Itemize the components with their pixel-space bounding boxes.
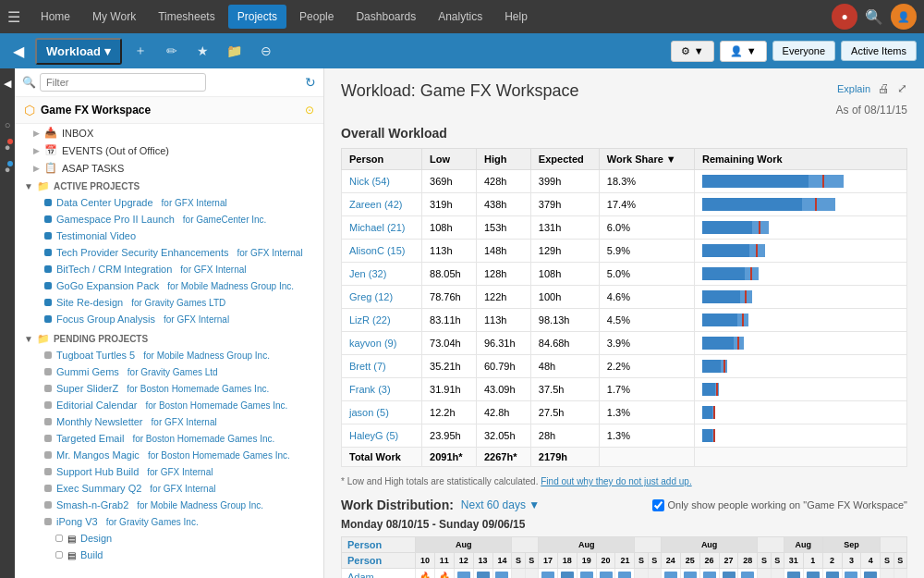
smash-for: for Mobile Madness Group Inc. <box>137 500 263 510</box>
cell-person[interactable]: Michael (21) <box>342 216 422 240</box>
user-avatar[interactable]: 👤 <box>891 4 917 30</box>
left-edge-icon-1[interactable]: ◀ <box>4 78 11 90</box>
execsummary-for: for GFX Internal <box>150 484 215 494</box>
cell-low: 78.76h <box>422 286 477 309</box>
th-high[interactable]: High <box>476 149 530 170</box>
sidebar-item-focusgroup[interactable]: Focus Group Analysis for GFX Internal <box>15 311 323 327</box>
table-row: kayvon (9) 73.04h 96.31h 84.68h 3.9% <box>342 332 907 355</box>
sidebar-section-active[interactable]: ▼ 📁 ACTIVE PROJECTS <box>15 177 323 194</box>
edit-button[interactable]: ✏ <box>159 38 185 64</box>
sidebar-item-build[interactable]: ▤ Build <box>15 547 323 563</box>
cell-person[interactable]: jason (5) <box>342 401 422 424</box>
active-items-button[interactable]: Active Items <box>841 41 917 61</box>
nav-mywork[interactable]: My Work <box>83 5 145 29</box>
sidebar-item-techprovider[interactable]: Tech Provider Security Enhancements for … <box>15 244 323 261</box>
nav-dashboards[interactable]: Dashboards <box>346 5 425 29</box>
cell-person[interactable]: Greg (12) <box>342 286 422 309</box>
star-button[interactable]: ★ <box>190 38 216 64</box>
cell-high: 113h <box>476 309 530 332</box>
pending-toggle: ▼ <box>24 334 33 344</box>
sidebar-item-editorial[interactable]: Editorial Calendar for Boston Homemade G… <box>15 397 323 413</box>
supporthub-label: Support Hub Build <box>56 466 139 477</box>
sidebar-item-gamespace[interactable]: Gamespace Pro II Launch for GameCenter I… <box>15 211 323 228</box>
cell-low: 31.91h <box>422 378 477 401</box>
th-expected[interactable]: Expected <box>530 149 599 170</box>
back-button[interactable]: ◀ <box>7 39 30 64</box>
print-icon[interactable]: 🖨 <box>878 81 890 95</box>
folder-button[interactable]: 📁 <box>222 38 248 64</box>
everyone-button[interactable]: Everyone <box>772 41 835 61</box>
expand-icon[interactable]: ⤢ <box>897 81 907 95</box>
mangos-for: for Boston Homemade Games Inc. <box>148 450 290 461</box>
nav-projects[interactable]: Projects <box>228 5 286 29</box>
sidebar-item-testimonial[interactable]: Testimonial Video <box>15 228 323 244</box>
sidebar-item-design[interactable]: ▤ Design <box>15 530 323 547</box>
cal-ds7: S <box>881 553 894 569</box>
nav-help[interactable]: Help <box>495 5 537 29</box>
sidebar-item-tugboat[interactable]: Tugboat Turtles 5 for Mobile Madness Gro… <box>15 347 323 363</box>
sidebar-item-monthly[interactable]: Monthly Newsletter for GFX Internal <box>15 413 323 430</box>
nav-home[interactable]: Home <box>31 5 79 29</box>
sidebar-item-ipong[interactable]: iPong V3 for Gravity Games Inc. <box>15 513 323 530</box>
filter-input[interactable] <box>40 73 206 92</box>
minus-button[interactable]: ⊖ <box>253 38 279 64</box>
sidebar-item-inbox[interactable]: ▶ 📥 INBOX <box>15 124 323 141</box>
cell-person[interactable]: Zareen (42) <box>342 193 422 216</box>
sidebar-filter-bar: 🔍 ↻ <box>15 68 323 97</box>
cell-person[interactable]: HaleyG (5) <box>342 424 422 448</box>
dist-checkbox[interactable] <box>652 499 664 511</box>
nav-analytics[interactable]: Analytics <box>429 5 492 29</box>
left-edge-icon-2[interactable]: ○ <box>5 119 11 130</box>
cell-person[interactable]: LizR (22) <box>342 309 422 332</box>
left-edge-icon-3[interactable]: ● <box>5 141 11 153</box>
cell-person[interactable]: AlisonC (15) <box>342 240 422 263</box>
filter-button[interactable]: ⚙ ▼ <box>671 41 714 62</box>
sidebar-item-supporthub[interactable]: Support Hub Build for GFX Internal <box>15 463 323 480</box>
cal-d10: 10 <box>416 553 435 569</box>
notifications-icon[interactable]: ● <box>832 4 857 30</box>
sidebar-item-bittech[interactable]: BitTech / CRM Integration for GFX Intern… <box>15 261 323 277</box>
cell-person[interactable]: Jen (32) <box>342 263 422 286</box>
sidebar-item-asap[interactable]: ▶ 📋 ASAP TASKS <box>15 159 323 177</box>
sidebar-item-superslider[interactable]: Super SliderZ for Boston Homemade Games … <box>15 380 323 397</box>
sidebar-item-siteredesign[interactable]: Site Re-design for Gravity Games LTD <box>15 294 323 311</box>
cell-expected: 48h <box>530 355 599 378</box>
workspace-header[interactable]: ⬡ Game FX Workspace ⊙ <box>15 97 323 124</box>
cell-person[interactable]: Frank (3) <box>342 378 422 401</box>
nav-people[interactable]: People <box>290 5 343 29</box>
sidebar-section-pending[interactable]: ▼ 📁 PENDING PROJECTS <box>15 329 323 347</box>
monthly-for: for GFX Internal <box>152 417 217 427</box>
sidebar-item-datacenter[interactable]: Data Center Upgrade for GFX Internal <box>15 194 323 211</box>
cell-bar <box>695 193 907 216</box>
cell-person[interactable]: Brett (7) <box>342 355 422 378</box>
sidebar-item-mangos[interactable]: Mr. Mangos Magic for Boston Homemade Gam… <box>15 447 323 463</box>
cell-person[interactable]: Nick (54) <box>342 170 422 193</box>
cal-cell <box>596 569 615 579</box>
sidebar-item-smash[interactable]: Smash-n-Grab2 for Mobile Madness Group I… <box>15 497 323 513</box>
sidebar-item-events[interactable]: ▶ 📅 EVENTS (Out of Office) <box>15 141 323 159</box>
table-note-link[interactable]: Find out why they do not just add up. <box>541 476 691 486</box>
dist-period[interactable]: Next 60 days ▼ <box>461 498 540 511</box>
workload-dropdown[interactable]: Workload ▾ <box>35 38 122 65</box>
sidebar-item-gogo[interactable]: GoGo Expansion Pack for Mobile Madness G… <box>15 277 323 294</box>
refresh-icon[interactable]: ↻ <box>305 75 316 90</box>
th-workshare[interactable]: Work Share ▼ <box>599 149 694 170</box>
cell-bar <box>695 216 907 240</box>
cal-person-name[interactable]: Adam <box>342 569 416 579</box>
th-low[interactable]: Low <box>422 149 477 170</box>
add-button[interactable]: ＋ <box>128 38 153 64</box>
sidebar-item-execsummary[interactable]: Exec Summary Q2 for GFX Internal <box>15 480 323 497</box>
sidebar-item-gummi[interactable]: Gummi Gems for Gravity Games Ltd <box>15 363 323 380</box>
nav-timesheets[interactable]: Timesheets <box>149 5 225 29</box>
cell-low: 319h <box>422 193 477 216</box>
cell-high: 60.79h <box>476 355 530 378</box>
people-filter-button[interactable]: 👤 ▼ <box>720 41 767 62</box>
sidebar-item-targeted[interactable]: Targeted Email for Boston Homemade Games… <box>15 430 323 447</box>
explain-button[interactable]: Explain <box>837 83 870 94</box>
th-person[interactable]: Person <box>342 149 422 170</box>
left-edge-icon-4[interactable]: ● <box>5 164 11 175</box>
hamburger-icon[interactable]: ☰ <box>7 8 20 26</box>
search-icon[interactable]: 🔍 <box>861 4 887 30</box>
cell-person[interactable]: kayvon (9) <box>342 332 422 355</box>
th-remaining[interactable]: Remaining Work <box>695 149 907 170</box>
